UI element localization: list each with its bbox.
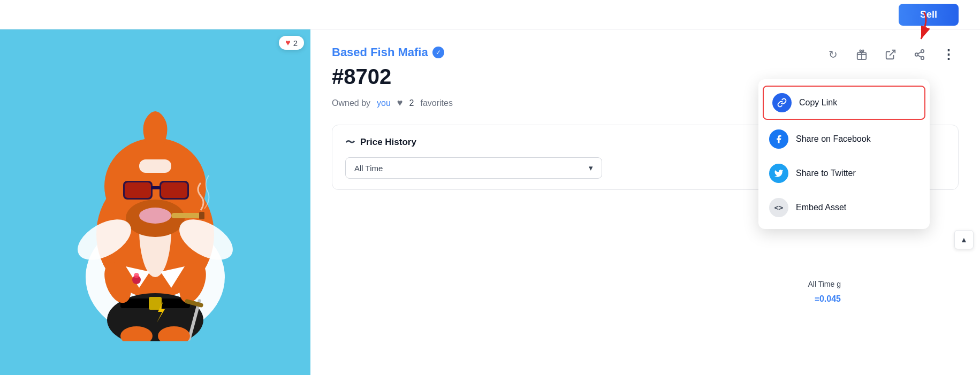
price-history-title: Price History <box>360 137 416 148</box>
collection-name: Based Fish Mafia <box>332 45 428 59</box>
embed-asset-label: Embed Asset <box>796 203 846 212</box>
svg-point-34 <box>915 53 918 56</box>
share-facebook-item[interactable]: Share on Facebook <box>758 122 930 156</box>
time-dropdown-value: All Time <box>354 164 383 173</box>
svg-point-11 <box>139 208 171 224</box>
heart-icon: ♥ <box>285 38 291 48</box>
gift-icon <box>856 49 868 60</box>
chevron-up-icon: ▲ <box>960 235 968 244</box>
svg-line-37 <box>918 52 921 54</box>
svg-rect-10 <box>161 182 187 198</box>
share-dropdown: Copy Link Share on Facebook <box>758 79 930 229</box>
svg-point-29 <box>134 273 139 278</box>
favorites-count: 2 <box>409 98 414 108</box>
top-bar: Sell <box>0 0 980 29</box>
copy-link-icon <box>772 93 792 112</box>
eth-price: ≡0.045 <box>815 294 841 304</box>
embed-icon: <> <box>769 198 788 217</box>
favorites-label: favorites <box>420 98 452 108</box>
image-panel: ♥ 2 <box>0 29 310 375</box>
svg-rect-9 <box>125 182 151 198</box>
twitter-icon <box>769 164 788 183</box>
facebook-icon <box>769 129 788 149</box>
svg-rect-12 <box>171 213 201 218</box>
checkmark-icon: ✓ <box>436 49 441 56</box>
scroll-up-button[interactable]: ▲ <box>954 230 974 249</box>
refresh-icon: ↻ <box>829 48 838 61</box>
time-dropdown[interactable]: All Time ▾ <box>345 157 602 179</box>
external-link-icon <box>885 49 897 60</box>
svg-point-35 <box>921 57 924 60</box>
owned-by-link[interactable]: you <box>377 98 391 108</box>
svg-rect-8 <box>151 186 161 189</box>
svg-point-33 <box>921 50 924 53</box>
owned-by-label: Owned by <box>332 98 370 108</box>
svg-rect-4 <box>139 159 171 173</box>
all-time-label: All Time g <box>808 280 841 288</box>
action-buttons: ↻ <box>823 44 959 65</box>
gift-button[interactable] <box>852 44 872 65</box>
info-panel: Based Fish Mafia ✓ #8702 Owned by you ♥ … <box>310 29 980 375</box>
svg-line-32 <box>890 50 895 56</box>
more-options-button[interactable]: ⋮ <box>938 44 959 65</box>
like-count: 2 <box>293 39 298 48</box>
svg-rect-20 <box>149 297 162 310</box>
main-content: ♥ 2 <box>0 29 980 375</box>
svg-rect-13 <box>199 212 204 219</box>
refresh-button[interactable]: ↻ <box>823 44 843 65</box>
low-label: g <box>837 280 841 288</box>
more-icon: ⋮ <box>942 47 955 62</box>
external-link-button[interactable] <box>880 44 901 65</box>
copy-link-label: Copy Link <box>799 98 837 108</box>
favorites-heart-icon: ♥ <box>397 97 403 109</box>
share-twitter-label: Share to Twitter <box>796 169 856 178</box>
share-twitter-item[interactable]: Share to Twitter <box>758 156 930 190</box>
dropdown-chevron-icon: ▾ <box>589 163 593 173</box>
embed-asset-item[interactable]: <> Embed Asset <box>758 190 930 225</box>
verified-badge: ✓ <box>432 47 444 58</box>
fish-illustration <box>43 63 268 341</box>
share-icon <box>914 49 925 60</box>
svg-line-36 <box>918 55 921 57</box>
sell-button[interactable]: Sell <box>899 4 959 26</box>
share-button[interactable]: Copy Link Share on Facebook <box>909 44 930 65</box>
nft-image <box>0 29 310 375</box>
like-badge: ♥ 2 <box>279 36 304 50</box>
chart-icon: 〜 <box>345 136 355 149</box>
copy-link-item[interactable]: Copy Link <box>763 86 925 120</box>
share-facebook-label: Share on Facebook <box>796 134 871 144</box>
